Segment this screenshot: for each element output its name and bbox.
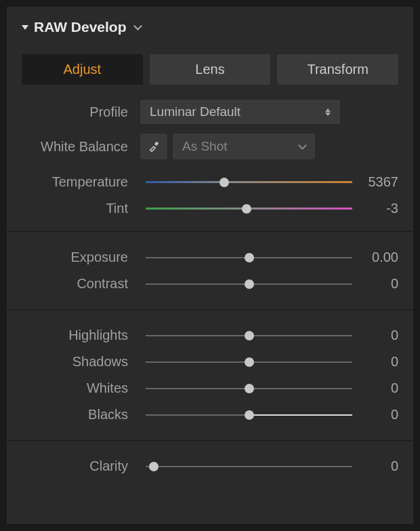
stepper-icon: [325, 109, 331, 116]
temperature-slider[interactable]: [146, 181, 352, 183]
exposure-value[interactable]: 0.00: [358, 250, 398, 265]
slider-fill: [249, 414, 353, 416]
exposure-label: Exposure: [22, 250, 140, 265]
blacks-slider[interactable]: [146, 414, 352, 416]
clarity-value[interactable]: 0: [358, 458, 398, 474]
slider-thumb[interactable]: [219, 178, 229, 187]
whites-row: Whites 0: [22, 375, 398, 401]
profile-dropdown[interactable]: Luminar Default: [140, 100, 340, 124]
tone-section: Highlights 0 Shadows 0 Whites 0 Blacks: [22, 319, 398, 431]
eyedropper-icon: [148, 140, 160, 153]
tab-transform[interactable]: Transform: [277, 54, 398, 85]
chevron-down-icon: [133, 22, 142, 31]
shadows-value[interactable]: 0: [358, 354, 398, 370]
tab-lens[interactable]: Lens: [150, 54, 271, 85]
slider-thumb[interactable]: [245, 384, 254, 393]
slider-thumb[interactable]: [245, 357, 254, 367]
whites-label: Whites: [22, 380, 140, 396]
clarity-label: Clarity: [22, 458, 140, 474]
panel-title: RAW Develop: [34, 19, 127, 35]
shadows-slider[interactable]: [146, 361, 352, 363]
tint-value[interactable]: -3: [358, 201, 398, 216]
tint-slider[interactable]: [146, 208, 352, 210]
divider: [7, 231, 413, 232]
contrast-value[interactable]: 0: [358, 276, 398, 292]
slider-thumb[interactable]: [245, 253, 254, 262]
whites-slider[interactable]: [146, 388, 352, 389]
highlights-value[interactable]: 0: [358, 328, 398, 343]
clarity-section: Clarity 0: [22, 450, 398, 482]
clarity-row: Clarity 0: [22, 453, 398, 479]
tint-row: Tint -3: [22, 195, 398, 222]
white-balance-dropdown[interactable]: As Shot: [173, 134, 315, 159]
contrast-label: Contrast: [22, 276, 140, 292]
temperature-row: Temperature 5367: [22, 169, 398, 195]
slider-thumb[interactable]: [242, 204, 251, 214]
profile-value: Luminar Default: [150, 104, 240, 119]
eyedropper-button[interactable]: [140, 134, 167, 159]
shadows-label: Shadows: [22, 354, 140, 370]
divider: [7, 440, 413, 441]
exposure-slider[interactable]: [146, 257, 352, 258]
slider-thumb[interactable]: [245, 331, 254, 340]
svg-point-0: [156, 142, 158, 144]
shadows-row: Shadows 0: [22, 349, 398, 375]
white-balance-row: White Balance As Shot: [22, 134, 398, 159]
tab-adjust[interactable]: Adjust: [22, 54, 143, 85]
contrast-row: Contrast 0: [22, 271, 398, 297]
white-balance-label: White Balance: [22, 139, 140, 155]
exposure-section: Exposure 0.00 Contrast 0: [22, 241, 398, 300]
contrast-slider[interactable]: [146, 283, 352, 285]
blacks-row: Blacks 0: [22, 401, 398, 428]
blacks-value[interactable]: 0: [358, 407, 398, 422]
temperature-label: Temperature: [22, 174, 140, 190]
white-balance-value: As Shot: [182, 139, 228, 154]
panel-header[interactable]: RAW Develop: [22, 19, 398, 54]
tint-label: Tint: [22, 201, 140, 216]
collapse-icon: [22, 25, 28, 30]
clarity-slider[interactable]: [146, 466, 352, 467]
exposure-row: Exposure 0.00: [22, 244, 398, 271]
raw-develop-panel: RAW Develop Adjust Lens Transform Profil…: [7, 7, 413, 524]
profile-row: Profile Luminar Default: [22, 100, 398, 124]
profile-label: Profile: [22, 104, 140, 120]
slider-thumb[interactable]: [245, 410, 254, 420]
tab-bar: Adjust Lens Transform: [22, 54, 398, 85]
temperature-value[interactable]: 5367: [358, 174, 398, 190]
highlights-row: Highlights 0: [22, 322, 398, 349]
slider-thumb[interactable]: [245, 279, 254, 289]
divider: [7, 309, 413, 310]
blacks-label: Blacks: [22, 407, 140, 422]
slider-thumb[interactable]: [149, 462, 159, 471]
chevron-down-icon: [298, 141, 307, 150]
highlights-slider[interactable]: [146, 335, 352, 336]
whites-value[interactable]: 0: [358, 380, 398, 396]
highlights-label: Highlights: [22, 328, 140, 343]
